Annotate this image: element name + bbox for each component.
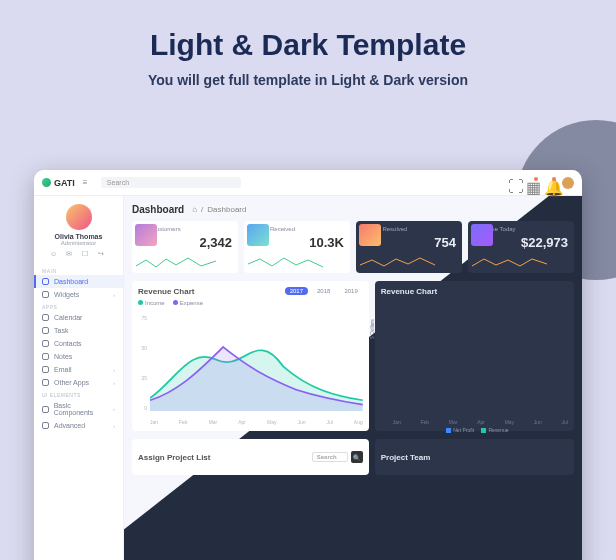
nav-notes[interactable]: Notes xyxy=(34,350,123,363)
bell-icon[interactable]: 🔔 xyxy=(544,178,554,188)
crumb-current: Dashboard xyxy=(207,205,246,214)
xtick: Feb xyxy=(421,419,430,425)
sparkline xyxy=(136,256,238,270)
ytick: 25 xyxy=(135,375,147,381)
section-ui: UI ELEMENTS xyxy=(34,389,123,399)
nav-calendar[interactable]: Calendar xyxy=(34,311,123,324)
xtick: Jun xyxy=(297,419,305,425)
revenue-chart-light: Revenue Chart 2017 2018 2019 Income Expe… xyxy=(132,281,369,431)
sparkline xyxy=(248,256,350,270)
card-tickets-resolved[interactable]: Tickets Resolved 754 xyxy=(356,221,462,273)
logout-icon[interactable]: ↪ xyxy=(98,250,107,259)
tickets-illustration xyxy=(359,224,381,246)
nav-other-apps[interactable]: Other Apps› xyxy=(34,376,123,389)
mail-icon[interactable]: ✉ xyxy=(66,250,75,259)
card-revenue-today[interactable]: Revenue Today $22,973 xyxy=(468,221,574,273)
orders-illustration xyxy=(247,224,269,246)
search-button[interactable]: 🔍 xyxy=(351,451,363,463)
section-apps: APPS xyxy=(34,301,123,311)
nav-contacts[interactable]: Contacts xyxy=(34,337,123,350)
year-2017[interactable]: 2017 xyxy=(285,287,308,295)
xtick: Jul xyxy=(562,419,568,425)
legend-expense: Expense xyxy=(180,300,203,306)
nav-label: Other Apps xyxy=(54,379,89,386)
sparkline xyxy=(360,256,462,270)
chat-icon[interactable]: ☐ xyxy=(82,250,91,259)
xtick: Jun xyxy=(534,419,542,425)
card-orders-received[interactable]: Orders Received 10.3K xyxy=(244,221,350,273)
topbar: GATI ≡ Search xyxy=(34,170,582,196)
panel-title: Revenue Chart xyxy=(381,287,568,296)
nav-label: Task xyxy=(54,327,68,334)
nav-basic-components[interactable]: Basic Components› xyxy=(34,399,123,419)
calendar-icon xyxy=(42,314,49,321)
nav-advanced[interactable]: Advanced› xyxy=(34,419,123,432)
nav-email[interactable]: Email› xyxy=(34,363,123,376)
user-role: Administrator xyxy=(34,240,123,246)
xtick: Jul xyxy=(326,419,332,425)
panel-title: Assign Project List xyxy=(138,453,210,462)
nav-label: Calendar xyxy=(54,314,82,321)
customers-illustration xyxy=(135,224,157,246)
components-icon xyxy=(42,406,49,413)
nav-label: Dashboard xyxy=(54,278,88,285)
xtick: Mar xyxy=(209,419,218,425)
line-chart xyxy=(150,315,363,411)
nav-label: Email xyxy=(54,366,72,373)
section-main: MAIN xyxy=(34,265,123,275)
ytick: 75 xyxy=(135,315,147,321)
revenue-chart-dark: Revenue Chart $ Dollars Jan Feb xyxy=(375,281,574,431)
project-search-input[interactable]: Search xyxy=(312,452,348,462)
grid-icon[interactable]: ▦ xyxy=(526,178,536,188)
page-title: Dashboard xyxy=(132,204,184,215)
year-2018[interactable]: 2018 xyxy=(312,287,335,295)
ytick: 50 xyxy=(135,345,147,351)
legend-revenue: Revenue xyxy=(488,427,508,433)
revenue-illustration xyxy=(471,224,493,246)
legend-income: Income xyxy=(145,300,165,306)
nav-label: Basic Components xyxy=(54,402,108,416)
xtick: Aug xyxy=(354,419,363,425)
breadcrumb: Dashboard ⌂ / Dashboard xyxy=(132,204,574,215)
bar-chart xyxy=(393,315,568,411)
notes-icon xyxy=(42,353,49,360)
menu-icon[interactable]: ≡ xyxy=(83,178,93,188)
nav-widgets[interactable]: Widgets› xyxy=(34,288,123,301)
y-axis-label: $ Dollars xyxy=(369,319,375,339)
xtick: May xyxy=(505,419,514,425)
nav-dashboard[interactable]: Dashboard xyxy=(34,275,123,288)
dashboard-preview: GATI ≡ Search ⛶ ▦ 🔔 Olivia Thomas Admini… xyxy=(34,170,582,560)
xtick: Jan xyxy=(393,419,401,425)
legend-net-profit: Net Profit xyxy=(453,427,474,433)
fullscreen-icon[interactable]: ⛶ xyxy=(508,178,518,188)
avatar[interactable] xyxy=(66,204,92,230)
xtick: Jan xyxy=(150,419,158,425)
profile-icon[interactable]: ☺ xyxy=(50,250,59,259)
widgets-icon xyxy=(42,291,49,298)
year-2019[interactable]: 2019 xyxy=(339,287,362,295)
assign-project-panel: Assign Project List Search 🔍 xyxy=(132,439,369,475)
nav-task[interactable]: Task xyxy=(34,324,123,337)
brand-logo[interactable]: GATI xyxy=(42,178,75,188)
xtick: May xyxy=(267,419,276,425)
apps-icon xyxy=(42,379,49,386)
xtick: Mar xyxy=(449,419,458,425)
hero-subtitle: You will get full template in Light & Da… xyxy=(0,72,616,88)
task-icon xyxy=(42,327,49,334)
xtick: Apr xyxy=(477,419,485,425)
leaf-icon xyxy=(42,178,51,187)
user-name: Olivia Thomas xyxy=(34,233,123,240)
advanced-icon xyxy=(42,422,49,429)
contacts-icon xyxy=(42,340,49,347)
home-icon[interactable]: ⌂ xyxy=(192,205,197,214)
ytick: 0 xyxy=(135,405,147,411)
brand-name: GATI xyxy=(54,178,75,188)
nav-label: Notes xyxy=(54,353,72,360)
email-icon xyxy=(42,366,49,373)
sparkline xyxy=(472,256,574,270)
sidebar: Olivia Thomas Administrator ☺ ✉ ☐ ↪ MAIN… xyxy=(34,196,124,560)
search-input[interactable]: Search xyxy=(101,177,241,188)
card-new-customers[interactable]: New Customers 2,342 xyxy=(132,221,238,273)
hero-title: Light & Dark Template xyxy=(0,28,616,62)
project-team-panel: Project Team xyxy=(375,439,574,475)
